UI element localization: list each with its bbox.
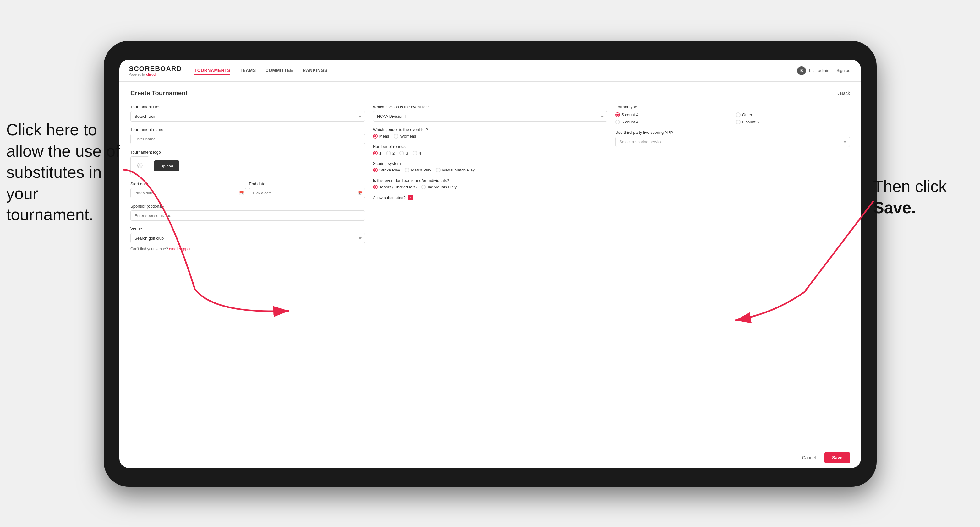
event-type-group: Is this event for Teams and/or Individua… [373, 178, 608, 189]
gender-mens-label: Mens [379, 134, 389, 138]
tablet-screen: SCOREBOARD Powered by clippd TOURNAMENTS… [119, 60, 861, 468]
rounds-2[interactable]: 2 [386, 151, 395, 156]
scoring-match-radio[interactable] [405, 168, 409, 172]
end-date-label: End date [249, 181, 265, 186]
back-link[interactable]: ‹ Back [837, 91, 850, 96]
format-5count4[interactable]: 5 count 4 [615, 113, 729, 117]
host-label: Tournament Host [130, 105, 365, 109]
scoring-system-group: Scoring system Stroke Play Match Play [373, 161, 608, 172]
venue-group: Venue Search golf club Can't find your v… [130, 227, 365, 251]
start-date-label: Start date [130, 181, 148, 186]
format-other-radio[interactable] [736, 113, 741, 117]
avatar: B [797, 66, 806, 75]
cancel-button[interactable]: Cancel [797, 452, 821, 463]
format-6count4[interactable]: 6 count 4 [615, 120, 729, 124]
division-select[interactable]: NCAA Division I [373, 111, 608, 122]
logo-area: SCOREBOARD Powered by clippd [129, 65, 182, 76]
venue-select[interactable]: Search golf club [130, 233, 365, 243]
format-6count4-label: 6 count 4 [622, 120, 638, 124]
name-input[interactable] [130, 134, 365, 144]
user-name: blair admin [809, 68, 829, 73]
event-teams[interactable]: Teams (+Individuals) [373, 185, 417, 189]
nav-tournaments[interactable]: TOURNAMENTS [194, 66, 230, 75]
page-title: Create Tournament [130, 89, 188, 97]
substitutes-group: Allow substitutes? ✓ [373, 195, 608, 200]
gender-group: Which gender is the event for? Mens Wome… [373, 127, 608, 138]
gender-womens-label: Womens [400, 134, 416, 138]
format-other[interactable]: Other [736, 113, 850, 117]
rounds-1[interactable]: 1 [373, 151, 382, 156]
gender-womens[interactable]: Womens [394, 134, 416, 138]
rounds-4-label: 4 [419, 151, 421, 156]
substitutes-wrap[interactable]: Allow substitutes? ✓ [373, 195, 608, 200]
logo-clippd: clippd [146, 73, 156, 76]
upload-button[interactable]: Upload [154, 160, 180, 171]
name-group: Tournament name [130, 127, 365, 144]
gender-radio-group: Mens Womens [373, 134, 608, 138]
event-type-label: Is this event for Teams and/or Individua… [373, 178, 608, 183]
gender-mens[interactable]: Mens [373, 134, 389, 138]
event-individuals-radio[interactable] [422, 185, 426, 189]
scoring-match-label: Match Play [411, 168, 431, 172]
rounds-1-radio[interactable] [373, 151, 378, 156]
event-type-radio-group: Teams (+Individuals) Individuals Only [373, 185, 608, 189]
rounds-2-label: 2 [393, 151, 395, 156]
annotation-left: Click here to allow the use of substitut… [6, 119, 126, 225]
page-footer: Cancel Save [119, 447, 861, 468]
format-6count4-radio[interactable] [615, 120, 620, 124]
form-col-2: Which division is the event for? NCAA Di… [373, 105, 608, 251]
nav-links: TOURNAMENTS TEAMS COMMITTEE RANKINGS [194, 66, 797, 75]
gender-mens-radio[interactable] [373, 134, 378, 138]
host-select[interactable]: Search team [130, 111, 365, 122]
substitutes-checkbox[interactable]: ✓ [408, 195, 413, 200]
event-teams-label: Teams (+Individuals) [379, 185, 417, 189]
substitutes-label: Allow substitutes? [373, 195, 406, 200]
end-date-input[interactable] [249, 188, 365, 198]
scoring-system-label: Scoring system [373, 161, 608, 166]
scoring-medal[interactable]: Medal Match Play [436, 168, 474, 172]
venue-label: Venue [130, 227, 365, 231]
scoring-api-select[interactable]: Select a scoring service [615, 137, 850, 147]
rounds-3-radio[interactable] [399, 151, 404, 156]
scoring-stroke[interactable]: Stroke Play [373, 168, 400, 172]
save-button[interactable]: Save [824, 452, 850, 463]
annotation-right: Then click Save. [873, 176, 974, 218]
format-6count5[interactable]: 6 count 5 [736, 120, 850, 124]
rounds-2-radio[interactable] [386, 151, 391, 156]
scoring-match[interactable]: Match Play [405, 168, 431, 172]
rounds-4-radio[interactable] [412, 151, 417, 156]
start-date-input[interactable] [130, 188, 247, 198]
scoring-medal-label: Medal Match Play [442, 168, 474, 172]
division-label: Which division is the event for? [373, 105, 608, 109]
rounds-radio-group: 1 2 3 4 [373, 151, 608, 156]
scoring-medal-radio[interactable] [436, 168, 441, 172]
calendar-icon-start: 📅 [239, 191, 244, 195]
event-teams-radio[interactable] [373, 185, 378, 189]
nav-rankings[interactable]: RANKINGS [302, 66, 328, 75]
logo-preview: ✇ [130, 156, 149, 175]
format-6count5-label: 6 count 5 [742, 120, 759, 124]
logo-upload: ✇ Upload [130, 156, 365, 175]
event-individuals-label: Individuals Only [428, 185, 457, 189]
format-6count5-radio[interactable] [736, 120, 741, 124]
dates-group: Start date 📅 End date 📅 [130, 181, 365, 198]
logo-label: Tournament logo [130, 150, 365, 154]
sponsor-input[interactable] [130, 210, 365, 221]
format-5count4-radio[interactable] [615, 113, 620, 117]
rounds-4[interactable]: 4 [412, 151, 421, 156]
sign-out-link[interactable]: Sign out [837, 68, 851, 73]
format-label: Format type [615, 105, 850, 109]
nav-committee[interactable]: COMMITTEE [266, 66, 293, 75]
gender-womens-radio[interactable] [394, 134, 398, 138]
nav-teams[interactable]: TEAMS [240, 66, 256, 75]
event-individuals[interactable]: Individuals Only [422, 185, 457, 189]
rounds-group: Number of rounds 1 2 [373, 144, 608, 156]
rounds-1-label: 1 [379, 151, 382, 156]
email-support-link[interactable]: email support [169, 247, 192, 251]
scoring-stroke-label: Stroke Play [379, 168, 400, 172]
scoring-stroke-radio[interactable] [373, 168, 378, 172]
rounds-3[interactable]: 3 [399, 151, 408, 156]
rounds-label: Number of rounds [373, 144, 608, 149]
rounds-3-label: 3 [406, 151, 408, 156]
tablet-frame: SCOREBOARD Powered by clippd TOURNAMENTS… [104, 41, 877, 487]
